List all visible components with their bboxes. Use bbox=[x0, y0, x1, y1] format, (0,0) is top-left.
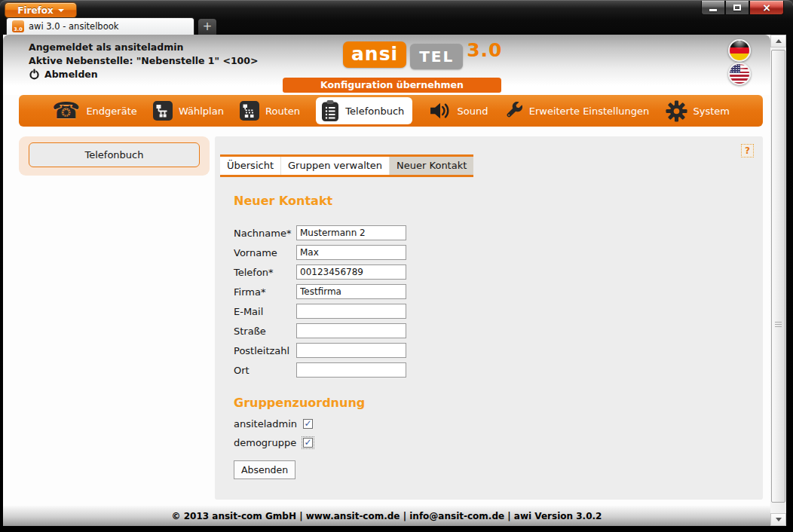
power-icon bbox=[29, 69, 40, 80]
chevron-down-icon bbox=[58, 9, 64, 12]
field-input-firma[interactable] bbox=[296, 284, 406, 299]
field-input-e-mail[interactable] bbox=[296, 304, 406, 319]
nav-item-telefonbuch[interactable]: Telefonbuch bbox=[316, 97, 412, 124]
field-label: Telefon* bbox=[234, 267, 296, 278]
tab-neuer-kontakt[interactable]: Neuer Kontakt bbox=[390, 157, 473, 175]
group-list: ansiteladmin✓demogruppe✓ bbox=[234, 417, 313, 454]
page: Angemeldet als ansiteladmin Aktive Neben… bbox=[3, 35, 770, 526]
form-row: Nachname* bbox=[234, 225, 406, 240]
logout-label: Abmelden bbox=[44, 69, 98, 80]
browser-tab[interactable]: 3.0 awi 3.0 - ansitelbook bbox=[6, 17, 194, 35]
form-row: Straße bbox=[234, 323, 406, 338]
nav-item-label: Routen bbox=[265, 105, 300, 117]
ansitel-logo: ansi TEL 3.0 bbox=[343, 41, 502, 69]
firefox-menu-label: Firefox bbox=[17, 5, 54, 16]
wrench-icon bbox=[504, 102, 523, 121]
form-row: Ort bbox=[234, 362, 406, 378]
apply-config-button[interactable]: Konfiguration übernehmen bbox=[283, 78, 501, 93]
arrow-down-icon bbox=[776, 518, 782, 521]
checkmark-icon: ✓ bbox=[304, 419, 311, 428]
logged-in-text: Angemeldet als ansiteladmin bbox=[29, 41, 183, 53]
plus-icon: + bbox=[203, 20, 213, 33]
field-input-strasse[interactable] bbox=[296, 323, 406, 338]
close-button[interactable]: × bbox=[749, 1, 784, 15]
group-row: ansiteladmin✓ bbox=[234, 417, 313, 430]
us-flag-canton bbox=[730, 64, 740, 73]
logo-ansi: ansi bbox=[343, 41, 406, 68]
clipboard-icon bbox=[321, 99, 339, 122]
close-icon: × bbox=[762, 2, 771, 14]
submit-button[interactable]: Absenden bbox=[234, 460, 295, 479]
logout-button[interactable]: Abmelden bbox=[29, 69, 98, 80]
nav-item-waehlplan[interactable]: Wählplan bbox=[153, 101, 224, 121]
window-controls: × bbox=[701, 1, 784, 15]
logo-tel: TEL bbox=[410, 44, 463, 69]
nav-item-label: Wählplan bbox=[179, 105, 224, 117]
sidebar-panel: Telefonbuch bbox=[19, 136, 210, 176]
active-extension-text: Aktive Nebenstelle: "Nebenstelle 1" <100… bbox=[29, 55, 258, 66]
phone-icon: ☎ bbox=[52, 99, 80, 122]
help-button[interactable]: ? bbox=[741, 144, 754, 157]
group-label: ansiteladmin bbox=[234, 418, 303, 430]
field-label: Firma* bbox=[234, 286, 296, 298]
maximize-icon bbox=[733, 5, 741, 11]
field-label: Postleitzahl bbox=[234, 345, 296, 356]
field-input-telefon[interactable] bbox=[296, 264, 406, 280]
routes-icon bbox=[240, 101, 259, 121]
tab-gruppen-verwalten[interactable]: Gruppen verwalten bbox=[281, 157, 390, 175]
browser-tab-title: awi 3.0 - ansitelbook bbox=[29, 21, 118, 32]
nav-item-system[interactable]: System bbox=[666, 100, 730, 122]
logo-version: 3.0 bbox=[467, 39, 502, 61]
form-row: E-Mail bbox=[234, 304, 406, 319]
field-label: E-Mail bbox=[234, 306, 296, 317]
field-label: Ort bbox=[234, 365, 296, 376]
main-nav: ☎EndgeräteWählplanRoutenTelefonbuchSound… bbox=[19, 95, 763, 127]
nav-item-label: System bbox=[693, 105, 730, 117]
german-flag-icon[interactable] bbox=[728, 39, 751, 62]
field-label: Vorname bbox=[234, 247, 296, 258]
page-header: Angemeldet als ansiteladmin Aktive Neben… bbox=[3, 35, 770, 95]
content-panel: ÜbersichtGruppen verwaltenNeuer Kontakt … bbox=[215, 136, 763, 500]
field-input-ort[interactable] bbox=[296, 362, 406, 378]
dialplan-icon bbox=[153, 101, 173, 121]
scrollbar-thumb[interactable] bbox=[771, 50, 785, 503]
form-row: Telefon* bbox=[234, 264, 406, 280]
us-flag-icon[interactable] bbox=[728, 63, 751, 85]
speaker-icon bbox=[429, 102, 452, 120]
tab-uebersicht[interactable]: Übersicht bbox=[220, 157, 281, 175]
scroll-up-button[interactable] bbox=[770, 35, 786, 47]
content-tabs: ÜbersichtGruppen verwaltenNeuer Kontakt bbox=[220, 154, 473, 177]
favicon-icon: 3.0 bbox=[12, 20, 24, 32]
maximize-button[interactable] bbox=[725, 1, 749, 15]
firefox-menu-button[interactable]: Firefox bbox=[5, 2, 77, 18]
footer-text: © 2013 ansit-com GmbH | www.ansit-com.de… bbox=[172, 511, 602, 521]
groups-title: Gruppenzuordnung bbox=[234, 396, 365, 410]
group-label: demogruppe bbox=[234, 437, 303, 448]
field-input-postleitzahl[interactable] bbox=[296, 343, 406, 358]
nav-item-label: Erweiterte Einstellungen bbox=[529, 105, 650, 117]
nav-item-label: Endgeräte bbox=[86, 105, 136, 117]
nav-item-label: Sound bbox=[458, 105, 488, 117]
checkbox-demogruppe[interactable]: ✓ bbox=[303, 438, 313, 448]
group-row: demogruppe✓ bbox=[234, 436, 313, 449]
scroll-down-button[interactable] bbox=[770, 513, 786, 526]
arrow-up-icon bbox=[776, 39, 782, 43]
form-row: Postleitzahl bbox=[234, 343, 406, 358]
form-row: Firma* bbox=[234, 284, 406, 299]
field-input-vorname[interactable] bbox=[296, 245, 406, 260]
new-tab-button[interactable]: + bbox=[198, 19, 216, 35]
nav-item-endgeraete[interactable]: ☎Endgeräte bbox=[52, 99, 137, 122]
checkbox-ansiteladmin[interactable]: ✓ bbox=[303, 419, 313, 429]
form-title: Neuer Kontakt bbox=[234, 194, 332, 208]
nav-item-erweiterte-einstellungen[interactable]: Erweiterte Einstellungen bbox=[504, 102, 650, 121]
minimize-icon bbox=[709, 9, 717, 11]
scrollbar[interactable] bbox=[770, 35, 786, 526]
nav-item-sound[interactable]: Sound bbox=[429, 102, 488, 120]
form-row: Vorname bbox=[234, 245, 406, 260]
field-input-nachname[interactable] bbox=[296, 225, 406, 240]
gear-icon bbox=[666, 100, 687, 122]
nav-item-routen[interactable]: Routen bbox=[240, 101, 300, 121]
field-label: Nachname* bbox=[234, 228, 296, 239]
sidebar-item-telefonbuch[interactable]: Telefonbuch bbox=[29, 142, 200, 167]
minimize-button[interactable] bbox=[701, 1, 725, 15]
